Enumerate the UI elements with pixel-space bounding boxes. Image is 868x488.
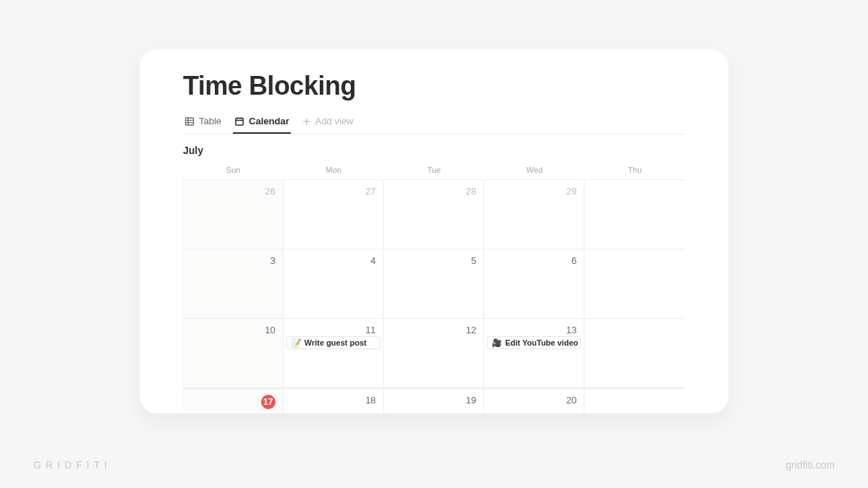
event-title: Write guest post [305,338,367,347]
day-cell[interactable]: 17 [183,389,284,414]
day-cell[interactable] [584,180,685,249]
day-cell[interactable]: 28 [384,180,485,249]
day-number: 28 [466,186,476,197]
day-cell[interactable]: 26 [183,180,284,249]
day-cell[interactable]: 19 [384,389,485,414]
day-number: 11 [365,325,375,335]
day-cell[interactable]: 29 [484,180,584,249]
day-number: 10 [265,325,275,335]
content-wrapper: Time Blocking Table [140,49,728,414]
brand-wordmark: GRIDFITI [33,459,111,471]
day-number: 26 [265,186,275,197]
month-label: July [183,145,685,156]
day-number-today: 17 [261,395,276,409]
weekday-wed: Wed [484,166,584,174]
tab-table-label: Table [199,116,221,127]
weekday-sun: Sun [183,166,284,174]
day-number: 6 [571,255,576,266]
day-cell[interactable]: 18 [284,389,384,414]
day-cell[interactable]: 5 [384,249,485,319]
weekday-thu: Thu [584,166,685,174]
calendar: Sun Mon Tue Wed Thu 26 27 28 29 3 4 5 [183,160,685,414]
calendar-grid: 26 27 28 29 3 4 5 6 10 11 [183,179,685,388]
day-cell[interactable]: 12 [384,319,485,388]
day-cell[interactable]: 11 📝 Write guest post [284,319,384,388]
day-number: 12 [466,325,476,335]
add-view-label: Add view [315,116,354,127]
day-number: 4 [370,255,375,266]
svg-rect-4 [236,118,243,124]
tab-table[interactable]: Table [183,110,223,134]
day-cell[interactable]: 10 [183,319,284,388]
weekday-mon: Mon [284,166,384,174]
day-cell[interactable]: 20 [484,389,584,414]
day-cell[interactable]: 4 [284,249,384,319]
day-number: 13 [566,325,576,335]
calendar-event[interactable]: 📝 Write guest post [286,336,380,349]
add-view-button[interactable]: Add view [301,110,355,134]
day-number: 20 [566,395,576,406]
tab-calendar[interactable]: Calendar [233,110,291,134]
day-cell[interactable] [584,319,685,388]
page-title: Time Blocking [183,71,685,101]
weekday-tue: Tue [384,166,485,174]
day-cell[interactable] [584,389,685,414]
calendar-grid-last-row: 17 18 19 20 [183,388,685,414]
calendar-event[interactable]: 🎥 Edit YouTube video [487,336,581,349]
day-cell[interactable]: 27 [284,180,384,249]
day-number: 18 [365,395,375,406]
day-cell[interactable]: 3 [183,249,284,319]
day-number: 19 [466,395,476,406]
day-cell[interactable]: 6 [484,249,584,319]
camera-icon: 🎥 [492,339,502,347]
svg-rect-0 [186,118,194,125]
brand-site: gridfiti.com [786,459,835,471]
today-badge: 17 [261,395,276,409]
memo-icon: 📝 [292,339,302,347]
day-number: 5 [471,255,476,266]
event-title: Edit YouTube video [505,338,578,347]
calendar-icon [234,116,244,127]
view-tabs: Table Calendar Add vie [183,110,685,134]
day-cell[interactable] [584,249,685,319]
plus-icon [302,117,311,126]
app-card: Time Blocking Table [140,49,728,414]
weekday-row: Sun Mon Tue Wed Thu [183,160,685,179]
day-number: 29 [566,186,576,197]
day-number: 3 [271,255,276,266]
day-cell[interactable]: 13 🎥 Edit YouTube video [484,319,584,388]
day-number: 27 [365,186,375,197]
table-icon [184,116,195,127]
stage: Time Blocking Table [0,0,868,488]
tab-calendar-label: Calendar [249,116,289,127]
